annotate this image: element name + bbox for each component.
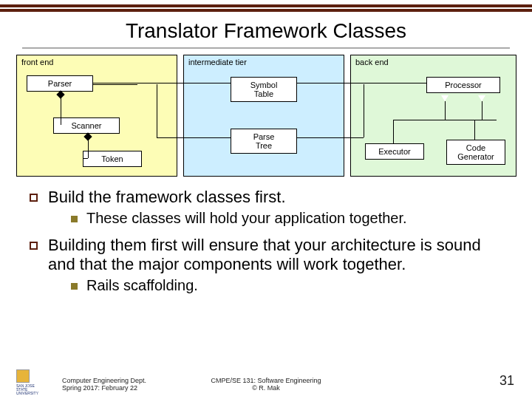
connector-line — [393, 120, 497, 120]
connector-line — [157, 137, 231, 138]
class-symbol-table: SymbolTable — [231, 77, 297, 102]
connector-line — [297, 137, 364, 138]
region-intermediate: intermediate tier — [183, 55, 344, 177]
connector-line — [83, 158, 88, 159]
footer-center: CMPE/SE 131: Software Engineering © R. M… — [0, 377, 532, 392]
connector-line — [364, 84, 364, 137]
class-code-generator: CodeGenerator — [446, 140, 505, 165]
class-processor: Processor — [426, 77, 500, 93]
connector-line — [157, 84, 157, 137]
bullet-text: Building them first will ensure that you… — [48, 236, 510, 274]
framework-diagram: front end intermediate tier back end Par… — [16, 55, 516, 180]
connector-line — [93, 84, 137, 85]
footer-course: CMPE/SE 131: Software Engineering — [0, 377, 532, 384]
bullet-list: Build the framework classes first. These… — [22, 188, 510, 294]
square-bullet-icon — [30, 194, 38, 202]
sub-bullet-item: Rails scaffolding. — [71, 277, 510, 294]
page-number: 31 — [499, 373, 514, 389]
region-label-front: front end — [21, 58, 53, 66]
slide-title: Translator Framework Classes — [0, 19, 532, 43]
bullet-text: Build the framework classes first. — [48, 188, 286, 207]
connector-line — [93, 83, 231, 83]
connector-line — [297, 83, 426, 83]
square-bullet-icon — [71, 283, 78, 290]
top-accent-bar — [0, 4, 532, 12]
class-scanner: Scanner — [53, 117, 120, 134]
square-bullet-icon — [71, 216, 78, 222]
footer-author: © R. Mak — [0, 384, 532, 392]
bullet-text: These classes will hold your application… — [86, 210, 407, 227]
bullet-item: Build the framework classes first. — [22, 188, 510, 207]
connector-line — [474, 120, 475, 140]
title-underline — [22, 47, 510, 49]
connector-line — [445, 101, 446, 120]
triangle-icon — [478, 95, 485, 101]
class-parser: Parser — [27, 75, 93, 92]
region-label-mid: intermediate tier — [188, 58, 247, 66]
bullet-item: Building them first will ensure that you… — [22, 236, 510, 274]
connector-line — [61, 98, 61, 125]
sub-bullet-item: These classes will hold your application… — [71, 210, 510, 227]
bullet-text: Rails scaffolding. — [86, 277, 198, 294]
class-parse-tree: ParseTree — [231, 129, 297, 154]
connector-line — [482, 101, 482, 120]
connector-line — [88, 140, 89, 158]
class-token: Token — [83, 151, 142, 167]
triangle-icon — [441, 95, 449, 101]
class-executor: Executor — [365, 143, 424, 160]
square-bullet-icon — [30, 242, 38, 250]
region-label-back: back end — [355, 58, 389, 66]
connector-line — [393, 120, 394, 143]
